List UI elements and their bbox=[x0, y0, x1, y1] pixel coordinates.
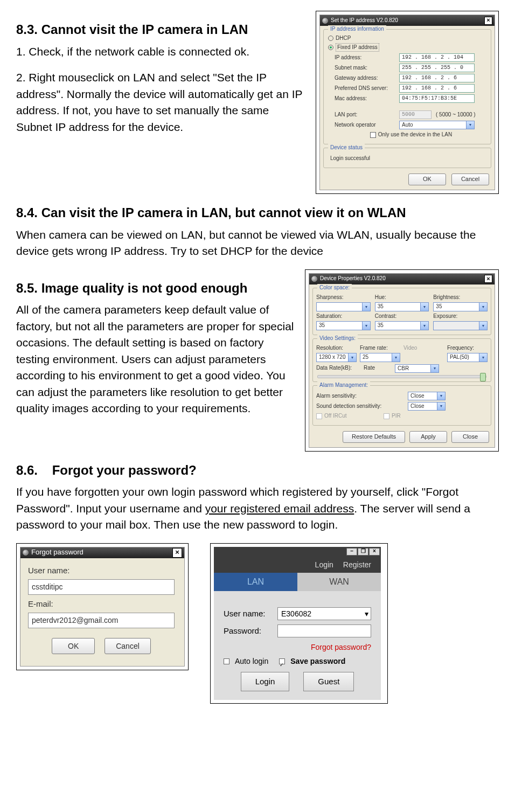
grp-alarm: Alarm Management: bbox=[317, 381, 370, 390]
chk-pir bbox=[384, 413, 389, 419]
ip-titlebar: Set the IP address V2.0.820 × bbox=[320, 15, 495, 26]
lbl-mask: Subnet mask: bbox=[335, 64, 399, 72]
login-user-value: E306082 bbox=[281, 608, 311, 619]
ip-title: Set the IP address V2.0.820 bbox=[331, 17, 398, 25]
tab-lan[interactable]: LAN bbox=[214, 573, 297, 591]
dd-sharp[interactable] bbox=[316, 302, 371, 311]
dd-contrast[interactable]: 35 bbox=[375, 321, 429, 330]
s83-p1: 1. Check, if the network cable is connec… bbox=[16, 44, 306, 60]
grp-color: Color space: bbox=[317, 284, 352, 292]
val-dns[interactable]: 192 . 168 . 2 . 6 bbox=[399, 84, 475, 93]
val-res: 1280 x 720 bbox=[319, 353, 346, 362]
fp-lbl-email: E-mail: bbox=[28, 598, 175, 610]
dd-ratemode[interactable]: CBR bbox=[395, 364, 439, 373]
login-user-input[interactable]: E306082 ▾ bbox=[277, 607, 371, 620]
lbl-freq: Frequency: bbox=[447, 344, 488, 352]
minimize-icon[interactable]: – bbox=[346, 548, 357, 556]
val-fps: 25 bbox=[363, 353, 368, 362]
chk-ircut bbox=[316, 413, 322, 419]
dd-freq[interactable]: PAL(50) bbox=[447, 353, 488, 362]
close-icon[interactable]: × bbox=[484, 275, 492, 283]
dd-netop[interactable]: Auto bbox=[399, 121, 475, 129]
ok-button[interactable]: OK bbox=[408, 173, 446, 185]
lbl-mac: Mac address: bbox=[335, 95, 399, 103]
val-alarm: Close bbox=[410, 392, 424, 400]
chevron-down-icon bbox=[479, 353, 487, 362]
heading-8-3: 8.3. Cannot visit the IP camera in LAN bbox=[16, 20, 306, 39]
guest-button[interactable]: Guest bbox=[303, 672, 354, 691]
slider-thumb[interactable] bbox=[480, 373, 486, 381]
s83-p2: 2. Right mouseclick on LAN and select "S… bbox=[16, 70, 306, 135]
val-ip[interactable]: 192 . 168 . 2 . 104 bbox=[399, 53, 475, 62]
dd-exposure bbox=[433, 321, 488, 330]
val-mask[interactable]: 255 . 255 . 255 . 0 bbox=[399, 64, 475, 72]
fp-cancel-button[interactable]: Cancel bbox=[105, 638, 151, 654]
chevron-down-icon[interactable]: ▾ bbox=[365, 608, 368, 619]
fp-user-input[interactable]: csstditipc bbox=[28, 579, 175, 594]
chk-onlylan[interactable] bbox=[370, 132, 376, 138]
dd-res[interactable]: 1280 x 720 bbox=[316, 353, 357, 362]
val-lanport: 5000 bbox=[399, 110, 432, 119]
chevron-down-icon bbox=[362, 322, 370, 330]
dd-sat[interactable]: 35 bbox=[316, 321, 371, 330]
s85-p1: All of the camera parameters keep defaul… bbox=[16, 302, 295, 417]
dd-fps[interactable]: 25 bbox=[360, 353, 400, 362]
val-contrast: 35 bbox=[378, 322, 384, 330]
login-button[interactable]: Login bbox=[241, 672, 290, 691]
forgot-password-link[interactable]: Forgot password? bbox=[224, 642, 371, 653]
login-pass-input[interactable] bbox=[277, 624, 371, 637]
restore-button[interactable]: Restore Defaults bbox=[343, 431, 405, 443]
radio-dhcp[interactable]: DHCP bbox=[328, 34, 486, 43]
fp-email-input[interactable]: peterdvr2012@gmail.com bbox=[28, 613, 175, 628]
lbl-hue: Hue: bbox=[375, 294, 429, 302]
link-register[interactable]: Register bbox=[343, 559, 371, 570]
dd-hue[interactable]: 35 bbox=[375, 302, 429, 311]
chevron-down-icon bbox=[420, 322, 428, 330]
val-gw[interactable]: 192 . 168 . 2 . 6 bbox=[399, 74, 475, 82]
apply-button[interactable]: Apply bbox=[409, 431, 447, 443]
status-text: Login successful bbox=[327, 152, 488, 165]
lbl-contrast: Contrast: bbox=[375, 313, 429, 321]
radio-fixed-label: Fixed IP address bbox=[336, 43, 379, 52]
close-icon[interactable]: × bbox=[484, 17, 492, 25]
lbl-netop: Network operator bbox=[335, 121, 399, 129]
chevron-down-icon bbox=[437, 402, 445, 410]
lbl-ircut: Off IRCut bbox=[324, 412, 384, 420]
radio-dhcp-label: DHCP bbox=[336, 34, 351, 43]
link-login[interactable]: Login bbox=[315, 559, 333, 570]
tab-wan[interactable]: WAN bbox=[297, 573, 381, 591]
close-icon[interactable]: × bbox=[172, 548, 182, 558]
radio-fixed[interactable]: Fixed IP address bbox=[328, 43, 486, 52]
dd-sound[interactable]: Close bbox=[408, 402, 446, 411]
lbl-alarm: Alarm sensitivity: bbox=[316, 392, 408, 400]
grp-status: Device status bbox=[328, 144, 365, 152]
dd-bright[interactable]: 35 bbox=[433, 302, 488, 311]
cancel-button[interactable]: Cancel bbox=[451, 173, 489, 185]
s86-p1-under: your registered email address bbox=[205, 502, 354, 515]
chevron-down-icon bbox=[466, 121, 474, 129]
val-freq: PAL(50) bbox=[450, 353, 469, 362]
chk-autologin[interactable] bbox=[224, 658, 229, 664]
maximize-icon[interactable]: ❐ bbox=[358, 548, 368, 556]
lbl-autologin: Auto login bbox=[235, 656, 268, 667]
chk-savepass[interactable] bbox=[279, 658, 285, 664]
rate-slider[interactable] bbox=[317, 375, 486, 378]
lbl-sat: Saturation: bbox=[316, 313, 371, 321]
close-button[interactable]: Close bbox=[451, 431, 489, 443]
lbl-onlylan: Only use the device in the LAN bbox=[378, 131, 452, 139]
close-icon[interactable]: × bbox=[369, 548, 380, 556]
lbl-vid: Video bbox=[403, 344, 444, 352]
lbl-savepass: Save password bbox=[290, 656, 345, 667]
lbl-exposure: Exposure: bbox=[433, 313, 488, 321]
lbl-res: Resolution: bbox=[316, 344, 357, 352]
chevron-down-icon bbox=[420, 303, 428, 311]
chevron-down-icon bbox=[392, 353, 400, 362]
lbl-rate: Data Rate(kB): bbox=[316, 364, 359, 372]
props-titlebar: Device Properties V2.0.820 × bbox=[309, 274, 495, 284]
props-title: Device Properties V2.0.820 bbox=[320, 275, 386, 283]
fp-lbl-user: User name: bbox=[28, 565, 175, 577]
fp-ok-button[interactable]: OK bbox=[52, 638, 95, 654]
dd-alarm[interactable]: Close bbox=[408, 392, 446, 400]
lbl-lanport: LAN port: bbox=[335, 111, 399, 119]
chevron-down-icon bbox=[437, 392, 445, 400]
